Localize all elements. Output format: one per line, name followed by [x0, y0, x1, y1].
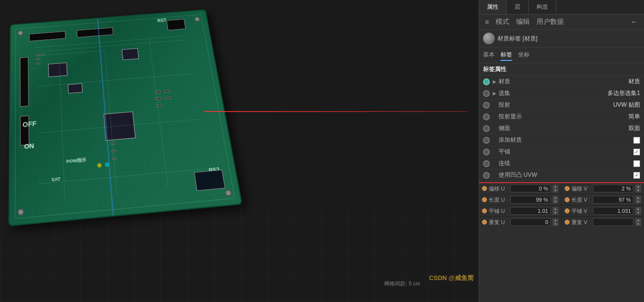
- led-2: [105, 162, 109, 167]
- input-repeat-v[interactable]: [593, 218, 633, 226]
- spin-down-repeat-u[interactable]: ▼: [553, 222, 558, 226]
- input-tile-u[interactable]: [510, 207, 551, 215]
- subtab-basic[interactable]: 基本: [483, 50, 495, 61]
- led-1: [97, 163, 102, 168]
- tab-structure[interactable]: 构造: [529, 0, 556, 14]
- spin-up-tile-v[interactable]: ▲: [635, 207, 641, 211]
- spin-up-offset-v[interactable]: ▲: [635, 185, 641, 189]
- material-label: 材质标签 [材质]: [498, 35, 537, 43]
- ic-main: [104, 112, 136, 141]
- indicator-repeat-v[interactable]: [565, 220, 570, 225]
- input-repeat-u[interactable]: [510, 218, 551, 226]
- spin-up-repeat-v[interactable]: ▲: [635, 218, 641, 222]
- prop-indicator-tile[interactable]: [483, 149, 490, 155]
- prop-checkbox-bump-uvw[interactable]: [633, 172, 640, 179]
- spinner-length-u[interactable]: ▲ ▼: [553, 196, 558, 204]
- tab-attributes[interactable]: 属性: [479, 0, 507, 14]
- numeric-section: 偏移 U ▲ ▼ 偏移 V ▲ ▼: [479, 182, 644, 227]
- prop-selection[interactable]: ▶ 选集 多边形选集1: [479, 88, 644, 99]
- smd-8: [164, 90, 170, 93]
- prop-indicator-add-mat[interactable]: [483, 137, 490, 144]
- spinner-offset-v[interactable]: ▲ ▼: [635, 185, 641, 192]
- spin-up-offset-u[interactable]: ▲: [553, 185, 558, 189]
- spin-down-offset-u[interactable]: ▼: [553, 189, 558, 192]
- spinner-tile-v[interactable]: ▲ ▼: [635, 207, 641, 215]
- gpio-left: [20, 57, 29, 107]
- label-repeat-u: 重复 U: [489, 219, 508, 226]
- prop-checkbox-add-mat[interactable]: [633, 137, 640, 144]
- prop-label-bump-uvw: 使用凹凸 UVW: [499, 171, 633, 179]
- laser-line: [204, 111, 467, 112]
- prop-continuous[interactable]: ▶ 连续: [479, 158, 644, 170]
- spinner-repeat-v[interactable]: ▲ ▼: [635, 218, 641, 226]
- spin-down-tile-v[interactable]: ▼: [635, 211, 641, 215]
- prop-indicator-bump-uvw[interactable]: [483, 172, 490, 179]
- spin-down-tile-u[interactable]: ▼: [553, 211, 558, 215]
- prop-tile[interactable]: ▶ 平铺: [479, 146, 644, 158]
- prop-checkbox-continuous[interactable]: [633, 160, 640, 167]
- tab-layers[interactable]: 层: [507, 0, 529, 14]
- menu-icon[interactable]: ≡: [483, 17, 491, 27]
- prop-indicator-material[interactable]: [483, 78, 490, 85]
- spin-down-length-v[interactable]: ▼: [635, 200, 641, 204]
- prop-add-material[interactable]: ▶ 添加材质: [479, 134, 644, 146]
- prop-indicator-side[interactable]: [483, 125, 490, 132]
- subtab-coord[interactable]: 坐标: [518, 50, 530, 61]
- connector-ps2: [194, 170, 225, 191]
- label-tile-u: 平铺 U: [489, 208, 508, 215]
- label-repeat-v: 重复 V: [572, 219, 591, 226]
- edit-btn[interactable]: 编辑: [514, 17, 532, 27]
- back-btn[interactable]: ←: [628, 17, 640, 27]
- spin-down-offset-v[interactable]: ▼: [635, 189, 641, 192]
- spinner-tile-u[interactable]: ▲ ▼: [553, 207, 558, 215]
- spin-up-repeat-u[interactable]: ▲: [553, 218, 558, 222]
- prop-checkbox-tile[interactable]: [633, 149, 640, 155]
- numeric-row-tile-v: 平铺 V ▲ ▼: [562, 206, 644, 216]
- spin-up-length-u[interactable]: ▲: [553, 196, 558, 200]
- userdata-btn[interactable]: 用户数据: [535, 17, 566, 27]
- spinner-repeat-u[interactable]: ▲ ▼: [553, 218, 558, 226]
- right-panel: 属性 层 构造 ≡ 模式 编辑 用户数据 ← 材质标签 [材质] 基本 标签 坐…: [479, 0, 644, 302]
- prop-arrow-selection: ▶: [493, 91, 497, 96]
- viewport[interactable]: PS2 POW指示 SAT OFF ON RST: [0, 0, 479, 302]
- indicator-offset-v[interactable]: [565, 186, 570, 191]
- svg-line-5: [149, 38, 168, 188]
- prop-projection[interactable]: ▶ 投射 UVW 贴图: [479, 99, 644, 111]
- input-length-v[interactable]: [593, 196, 633, 204]
- indicator-offset-u[interactable]: [482, 186, 487, 191]
- indicator-tile-u[interactable]: [482, 208, 487, 213]
- prop-indicator-projection[interactable]: [483, 102, 490, 109]
- smd-11: [111, 150, 116, 152]
- input-tile-v[interactable]: [593, 207, 633, 215]
- prop-indicator-selection[interactable]: [483, 90, 490, 97]
- spinner-length-v[interactable]: ▲ ▼: [635, 196, 641, 204]
- prop-side[interactable]: ▶ 侧面 双面: [479, 123, 644, 134]
- prop-proj-display[interactable]: ▶ 投射显示 简单: [479, 111, 644, 123]
- indicator-length-u[interactable]: [482, 197, 487, 202]
- indicator-tile-v[interactable]: [565, 208, 570, 213]
- grid-overlay: [0, 205, 479, 302]
- input-offset-v[interactable]: [593, 185, 633, 192]
- subtab-tag[interactable]: 标签: [501, 50, 512, 61]
- prop-material[interactable]: ▶ 材质 材质: [479, 76, 644, 88]
- spin-down-length-u[interactable]: ▼: [553, 200, 558, 204]
- spin-up-length-v[interactable]: ▲: [635, 196, 641, 200]
- pcb-board: PS2 POW指示 SAT OFF ON RST: [8, 9, 242, 226]
- input-offset-u[interactable]: [510, 185, 551, 192]
- spinner-offset-u[interactable]: ▲ ▼: [553, 185, 558, 192]
- numeric-row-tile-u: 平铺 U ▲ ▼: [479, 206, 561, 216]
- indicator-repeat-u[interactable]: [482, 220, 487, 225]
- material-icon: [483, 33, 495, 44]
- indicator-length-v[interactable]: [565, 197, 570, 202]
- prop-indicator-continuous[interactable]: [483, 160, 490, 167]
- input-length-u[interactable]: [510, 196, 551, 204]
- numeric-row-offset-u: 偏移 U ▲ ▼: [479, 183, 561, 194]
- mode-btn[interactable]: 模式: [494, 17, 511, 27]
- pcb-label-sat: SAT: [52, 176, 61, 183]
- numeric-row-offset-v: 偏移 V ▲ ▼: [562, 183, 644, 194]
- spin-down-repeat-v[interactable]: ▼: [635, 222, 641, 226]
- prop-label-side: 侧面: [499, 124, 628, 132]
- spin-up-tile-u[interactable]: ▲: [553, 207, 558, 211]
- prop-use-bump-uvw[interactable]: ▶ 使用凹凸 UVW: [479, 170, 644, 181]
- prop-indicator-proj-display[interactable]: [483, 113, 490, 120]
